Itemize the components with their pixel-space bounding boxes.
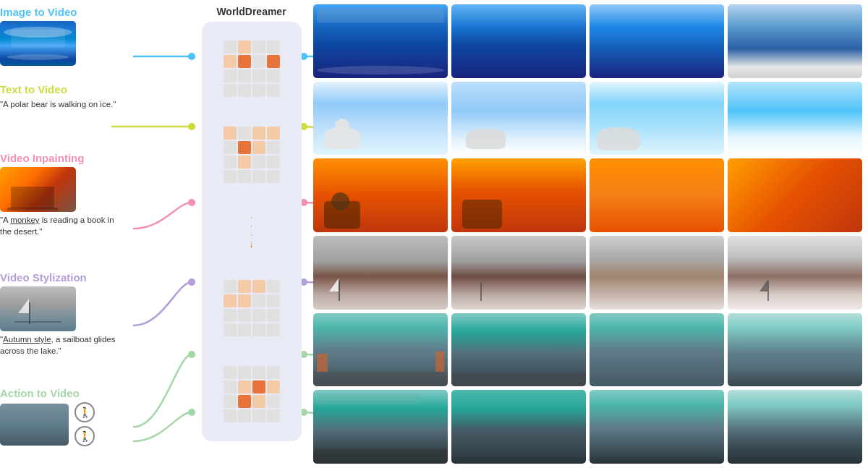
video-inpainting-caption: "A monkey is reading a book in the deser… xyxy=(0,214,119,237)
video-frame-row2-col3 xyxy=(590,82,724,156)
video-frame-row1-col3 xyxy=(590,4,724,78)
video-frame-row2-col1 xyxy=(313,82,448,156)
action-to-video-thumb xyxy=(0,404,69,446)
image-to-video-thumb xyxy=(0,21,76,66)
video-frame-row5-col3 xyxy=(590,313,724,387)
world-dreamer-box: ··· ↓ xyxy=(202,22,302,441)
video-frame-row4-col1 xyxy=(313,236,448,310)
action-icon-1: 🚶 xyxy=(75,402,95,422)
world-dreamer-panel: WorldDreamer xyxy=(195,0,307,468)
text-to-video-title: Text to Video xyxy=(0,83,116,95)
world-dreamer-label: WorldDreamer xyxy=(216,6,286,17)
video-frame-row1-col1 xyxy=(313,4,448,78)
video-inpainting-section: Video Inpainting "A monkey is reading a … xyxy=(0,152,119,237)
wd-grid-3 xyxy=(224,280,280,336)
video-frame-row1-col2 xyxy=(451,4,586,78)
main-container: Image to Video Text to Video "A polar be… xyxy=(0,0,868,468)
video-stylization-thumb xyxy=(0,286,76,331)
image-to-video-section: Image to Video xyxy=(0,6,77,66)
video-stylization-section: Video Stylization "Autumn style, a sailb… xyxy=(0,271,119,357)
wd-dots-arrow: ··· ↓ xyxy=(249,213,254,250)
video-stylization-caption: "Autumn style, a sailboat glides across … xyxy=(0,333,119,357)
video-frame-row4-col2 xyxy=(451,236,586,310)
video-frame-row5-col2 xyxy=(451,313,586,387)
video-frame-row2-col4 xyxy=(728,82,862,156)
video-stylization-title: Video Stylization xyxy=(0,271,119,284)
video-frame-row6-col3 xyxy=(590,390,724,464)
video-inpainting-title: Video Inpainting xyxy=(0,152,119,164)
video-frame-row5-col1 xyxy=(313,313,448,387)
action-to-video-section: Action to Video 🚶 🚶 xyxy=(0,387,95,446)
left-panel: Image to Video Text to Video "A polar be… xyxy=(0,0,195,468)
wd-grid-2 xyxy=(224,127,280,183)
video-frame-row2-col2 xyxy=(451,82,586,156)
video-frame-row5-col4 xyxy=(728,313,862,387)
video-frame-row3-col3 xyxy=(590,158,724,232)
text-to-video-caption: "A polar bear is walking on ice." xyxy=(0,98,116,110)
wd-grid-1 xyxy=(224,41,280,97)
video-frame-row3-col4 xyxy=(728,158,862,232)
action-to-video-title: Action to Video xyxy=(0,387,95,399)
video-frame-row6-col4 xyxy=(728,390,862,464)
video-frame-row6-col1 xyxy=(313,390,448,464)
video-frame-row3-col2 xyxy=(451,158,586,232)
video-frame-row4-col4 xyxy=(728,236,862,310)
right-panel xyxy=(307,0,868,468)
video-frame-row6-col2 xyxy=(451,390,586,464)
action-icon-2: 🚶 xyxy=(75,426,95,446)
video-frame-row4-col3 xyxy=(590,236,724,310)
video-inpainting-thumb xyxy=(0,167,76,212)
video-frame-row3-col1 xyxy=(313,158,448,232)
text-to-video-section: Text to Video "A polar bear is walking o… xyxy=(0,83,116,110)
video-frame-row1-col4 xyxy=(728,4,862,78)
image-to-video-title: Image to Video xyxy=(0,6,77,18)
wd-grid-4 xyxy=(224,366,280,422)
